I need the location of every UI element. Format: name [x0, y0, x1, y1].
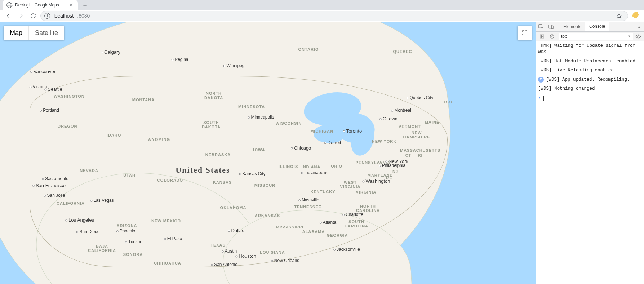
city-label: San Diego: [76, 229, 99, 234]
national-border: [30, 76, 448, 267]
city-marker-icon: [343, 130, 345, 132]
devtools-tab-console[interactable]: Console: [585, 22, 609, 31]
new-tab-button[interactable]: ＋: [80, 0, 90, 10]
city-label-layer: CalgaryReginaWinnipegVancouverVictoriaSe…: [0, 22, 536, 284]
region-label: KENTUCKY: [310, 190, 335, 194]
city-label: San Jose: [44, 193, 65, 198]
region-label: NORTH DAKOTA: [204, 91, 223, 100]
content-area: ONTARIOQUEBECWASHINGTONMONTANANORTH DAKO…: [0, 22, 644, 284]
land-mass: [0, 22, 536, 284]
forward-button[interactable]: [16, 11, 26, 21]
region-label: MAINE: [425, 120, 439, 124]
state-label-layer: ONTARIOQUEBECWASHINGTONMONTANANORTH DAKO…: [0, 22, 536, 284]
city-marker-icon: [211, 264, 213, 266]
svg-rect-4: [540, 35, 544, 38]
city-marker-icon: [90, 200, 92, 202]
city-label: Jacksonville: [333, 247, 360, 252]
region-label: MISSOURI: [254, 183, 277, 187]
extension-icon[interactable]: [632, 12, 640, 20]
console-context-select[interactable]: top ▼: [559, 33, 633, 40]
map-type-map[interactable]: Map: [4, 26, 28, 40]
address-bar[interactable]: i localhost:8080: [40, 11, 628, 21]
region-label: MISSISSIPPI: [276, 225, 303, 229]
console-log-row: [WDS] Live Reloading enabled.: [536, 66, 644, 75]
city-label: New York: [385, 159, 408, 164]
city-marker-icon: [223, 65, 225, 67]
city-marker-icon: [222, 250, 224, 253]
inspect-element-icon[interactable]: [536, 22, 546, 31]
site-info-icon[interactable]: i: [44, 13, 50, 19]
region-label: NEBRASKA: [205, 152, 231, 157]
devtools-more-tabs-icon[interactable]: »: [635, 22, 644, 31]
city-label: Vancouver: [30, 69, 55, 74]
region-label: MINNESOTA: [238, 105, 265, 109]
city-marker-icon: [30, 86, 32, 88]
back-button[interactable]: [4, 11, 14, 21]
console-sidebar-toggle-icon[interactable]: [537, 32, 547, 40]
city-marker-icon: [125, 241, 127, 243]
region-label: OREGON: [58, 124, 77, 128]
city-label: Victoria: [30, 84, 47, 89]
city-label: New Orleans: [271, 258, 299, 263]
region-label: CT: [405, 153, 412, 157]
region-label: ILLINOIS: [279, 164, 298, 169]
region-label: NEW YORK: [372, 139, 396, 143]
region-label: INDIANA: [302, 165, 321, 169]
map-type-control: Map Satellite: [4, 26, 64, 40]
region-label: COLORADO: [157, 178, 183, 182]
city-label: San Francisco: [32, 183, 66, 188]
log-message: [WDS] Hot Module Replacement enabled.: [538, 58, 643, 65]
region-label: DE: [386, 176, 392, 180]
reload-button[interactable]: [28, 11, 38, 21]
console-log[interactable]: [HMR] Waiting for update signal from WDS…: [536, 41, 644, 284]
fullscreen-button[interactable]: [518, 26, 532, 40]
region-label: LOUISIANA: [260, 250, 285, 254]
region-label: QUEBEC: [393, 49, 412, 54]
region-label: SOUTH DAKOTA: [202, 120, 221, 129]
city-label: Detroit: [324, 140, 341, 145]
svg-marker-0: [617, 13, 622, 18]
city-marker-icon: [391, 110, 393, 112]
city-marker-icon: [44, 195, 46, 197]
city-label: Austin: [222, 249, 237, 254]
city-label: Indianapolis: [301, 170, 327, 175]
city-label: Quebec City: [406, 95, 433, 100]
country-label: United States: [176, 165, 230, 175]
city-label: Atlanta: [320, 220, 336, 225]
city-label: Kansas City: [239, 171, 265, 176]
console-log-row: [HMR] Waiting for update signal from WDS…: [536, 41, 644, 57]
close-icon[interactable]: ✕: [68, 2, 74, 8]
city-label: Regina: [171, 57, 188, 62]
region-label: WYOMING: [148, 137, 170, 142]
city-marker-icon: [379, 165, 381, 167]
console-toolbar: top ▼: [536, 32, 644, 41]
console-prompt[interactable]: ›: [536, 93, 644, 103]
caret-down-icon: ▼: [627, 35, 631, 38]
region-label: TENNESSEE: [294, 205, 321, 209]
region-label: SOUTH CAROLINA: [345, 219, 368, 228]
region-label: IOWA: [253, 148, 265, 152]
bookmark-star-icon[interactable]: [614, 13, 624, 19]
city-marker-icon: [271, 260, 273, 262]
city-label: Las Vegas: [90, 198, 114, 203]
city-label: Ottawa: [379, 116, 397, 121]
browser-tab[interactable]: Deck.gl + GoogleMaps ✕: [3, 0, 78, 10]
tab-title: Deck.gl + GoogleMaps: [15, 3, 68, 8]
clear-console-icon[interactable]: [547, 32, 557, 40]
region-label: BAJA CALIFORNIA: [88, 244, 116, 253]
console-log-row: 2[WDS] App updated. Recompiling...: [536, 75, 644, 84]
city-label: Nashville: [298, 198, 319, 203]
devtools-tab-elements[interactable]: Elements: [559, 22, 585, 31]
city-label: Washington: [362, 178, 390, 184]
region-label: ARIZONA: [116, 223, 137, 228]
live-expression-icon[interactable]: [634, 34, 643, 39]
log-message: [WDS] App updated. Recompiling...: [546, 76, 643, 83]
device-toolbar-icon[interactable]: [546, 22, 556, 31]
city-marker-icon: [342, 214, 345, 216]
map-pane[interactable]: ONTARIOQUEBECWASHINGTONMONTANANORTH DAKO…: [0, 22, 536, 284]
region-label: UTAH: [123, 173, 136, 177]
city-label: Houston: [235, 253, 256, 259]
city-label: Montreal: [391, 108, 411, 113]
map-type-satellite[interactable]: Satellite: [28, 26, 64, 40]
city-marker-icon: [30, 71, 32, 73]
